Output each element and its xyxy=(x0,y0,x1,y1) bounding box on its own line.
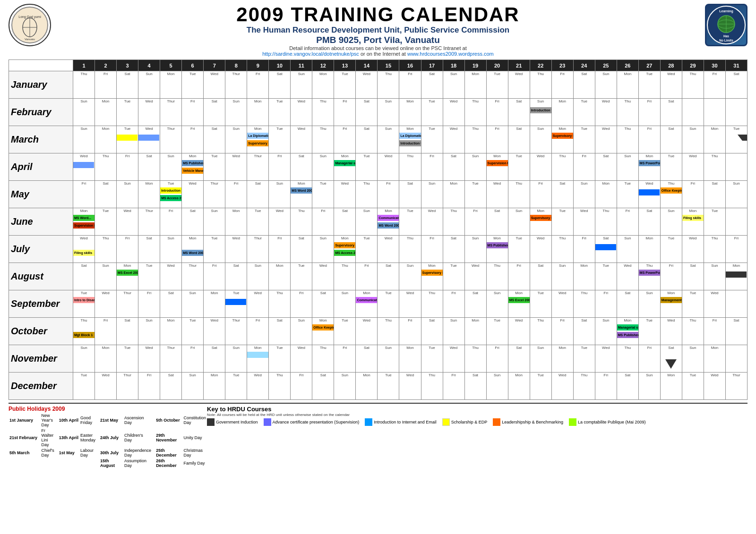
key-scholarship-color xyxy=(442,418,450,426)
sub-title: The Human Resource Development Unit, Pub… xyxy=(9,25,747,35)
may-ms-access-l1: MS Access 2003 L1 xyxy=(160,195,182,201)
svg-text:Vanuatu: Vanuatu xyxy=(25,38,35,41)
jan-1: Thu xyxy=(73,71,95,99)
day-27: 27 xyxy=(638,60,660,71)
aug-ms-powerpoint: MS PowerPoint 2003 xyxy=(639,270,661,276)
jul-ms-word-l2: MS Word 2003 L2 xyxy=(182,250,204,256)
march-row: March Sun Mon Tue Wed Thur Fri Sat Sun M… xyxy=(9,126,747,153)
day-13: 13 xyxy=(334,60,356,71)
day-6: 6 xyxy=(182,60,204,71)
apr-vehicle: Vehicle Management xyxy=(182,168,204,174)
jan-7: Wed xyxy=(204,71,225,99)
may-label: May xyxy=(9,181,73,208)
january-label: January xyxy=(9,71,73,99)
key-internet: Introduction to Internet and Email xyxy=(365,418,437,426)
jan-12: Mon xyxy=(312,71,334,99)
intranet-link[interactable]: http://sardine.vangov.local/dotnetnuke/p… xyxy=(262,51,359,57)
jan-9: Fri xyxy=(247,71,269,99)
jun-supervision-block2: Supervision Block 2 xyxy=(73,222,95,229)
jan-2: Fri xyxy=(95,71,117,99)
mar-intro-computing-2: Introduction to Computing xyxy=(399,140,421,146)
mar-triangle xyxy=(738,135,747,141)
key-scholarship: Scholarship & EDP xyxy=(442,418,488,426)
april-label: April xyxy=(9,153,73,181)
jun-communication: Communication Skills xyxy=(378,215,399,221)
jan-18: Sun xyxy=(443,71,464,99)
jan-31: Sat xyxy=(725,71,747,99)
jan-14: Wed xyxy=(356,71,378,99)
key-govt-color xyxy=(207,418,215,426)
february-label: February xyxy=(9,99,73,126)
may-blue xyxy=(639,189,660,195)
mar-yellow xyxy=(117,135,137,141)
jan-3: Sat xyxy=(117,71,138,99)
day-2: 2 xyxy=(95,60,117,71)
jan-21: Wed xyxy=(508,71,530,99)
oct-mgt-block1: Mgt Block 1 xyxy=(73,332,95,338)
detail-text: Detail information about courses can be … xyxy=(9,45,747,57)
day-7: 7 xyxy=(204,60,225,71)
jan-22: Thu xyxy=(530,71,551,99)
day-28: 28 xyxy=(660,60,682,71)
jan-13: Tue xyxy=(334,71,356,99)
sub-title2: PMB 9025, Port Vila, Vanuatu xyxy=(9,35,747,45)
mar-supervisory-ministry: Supervisory skills (for Ministry offices… xyxy=(247,140,269,146)
june-label: June xyxy=(9,208,73,236)
day-15: 15 xyxy=(378,60,399,71)
jan-5: Mon xyxy=(160,71,182,99)
footer: Public Holidays 2009 1st JanuaryNew Year… xyxy=(9,403,747,469)
day-10: 10 xyxy=(269,60,291,71)
internet-link[interactable]: www.hrdcourses2009.wordpress.com xyxy=(407,51,494,57)
day-4: 4 xyxy=(138,60,160,71)
jan-4: Sun xyxy=(138,71,160,99)
day-22: 22 xyxy=(530,60,551,71)
holidays-section: Public Holidays 2009 1st JanuaryNew Year… xyxy=(9,406,207,469)
jan-25: Sun xyxy=(595,71,617,99)
main-title: 2009 TRAINING CALENDAR xyxy=(9,4,747,25)
mar-la-diplomatique-2: La Diplomatique xyxy=(399,133,421,139)
may-office-keeping: Office Keeping skills xyxy=(661,187,682,194)
key-leadership: Leadershipship & Benchmarking xyxy=(493,418,563,426)
calendar-table: 1 2 3 4 5 6 7 8 9 10 11 12 13 14 15 16 1… xyxy=(9,59,747,400)
day-1: 1 xyxy=(73,60,95,71)
jan-11: Sun xyxy=(291,71,312,99)
header: Long God yumi Vanuatu Learning Has No Li… xyxy=(9,4,747,57)
jan-28: Wed xyxy=(660,71,682,99)
day-16: 16 xyxy=(399,60,421,71)
jul-blue-dot xyxy=(595,244,616,250)
jan-26: Mon xyxy=(617,71,638,99)
jul-filing: Filing skills xyxy=(73,250,95,256)
september-label: September xyxy=(9,290,73,318)
april-row: April Wed Thu Fri Sat Sun Mon MS Publish… xyxy=(9,153,747,181)
jan-23: Fri xyxy=(551,71,573,99)
sep-ms-excel-l3: MS Excel 2003 L3 xyxy=(508,297,530,303)
sep-management-block1: Management Block 1 xyxy=(661,297,682,303)
day-11: 11 xyxy=(291,60,312,71)
left-logo: Long God yumi Vanuatu xyxy=(9,4,51,46)
day-9: 9 xyxy=(247,60,269,71)
key-advance: Advance certificate presentation (Superv… xyxy=(264,418,360,426)
mar-la-diplomatique-1: La Diplomatique xyxy=(247,133,269,139)
key-govt: Government Induction xyxy=(207,418,258,426)
key-section: Key to HRDU Courses Note: All courses wi… xyxy=(207,406,747,469)
oct-managerial-sanma: Managerial skills S A N M A xyxy=(617,324,639,331)
may-intro-filing: Introduction to Filing xyxy=(160,187,182,194)
day-number-row: 1 2 3 4 5 6 7 8 9 10 11 12 13 14 15 16 1… xyxy=(9,60,747,71)
feb-intro-computing: Introduction to Computing xyxy=(530,107,552,113)
november-row: November Sun Mon Tue Wed Thur Fri Sat Su… xyxy=(9,345,747,373)
month-col-header xyxy=(9,60,73,71)
jul-ms-access-l2: MS Access 2003 L2 xyxy=(334,250,356,256)
key-title: Key to HRDU Courses xyxy=(207,406,747,413)
key-leadership-color xyxy=(493,418,500,426)
key-internet-color xyxy=(365,418,372,426)
day-5: 5 xyxy=(160,60,182,71)
apr-managerial-penama: Managerial skills P E N A M A xyxy=(334,160,356,166)
apr-blue xyxy=(73,162,94,168)
key-items: Government Induction Advance certificate… xyxy=(207,418,747,426)
july-row: July Wed Filing skills Thu Fri Sat Sun M… xyxy=(9,236,747,263)
aug-black xyxy=(726,271,747,278)
aug-supervisory-malamp: Supervisory Skills M A L A M P A xyxy=(421,270,443,276)
day-29: 29 xyxy=(682,60,704,71)
key-note: Note: All courses will be held at the HR… xyxy=(207,413,747,417)
jan-19: Mon xyxy=(464,71,486,99)
